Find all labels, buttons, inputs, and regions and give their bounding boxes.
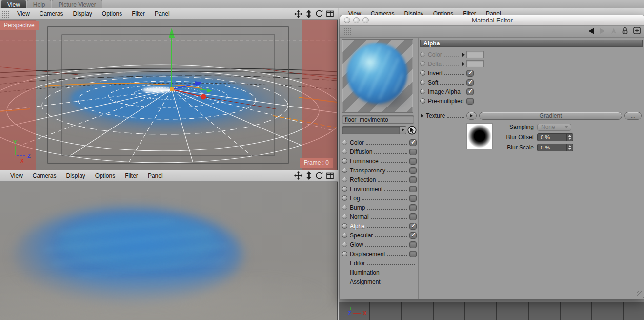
menu-item[interactable]: Options <box>97 10 127 17</box>
texture-more-button[interactable]: ... <box>624 112 642 120</box>
panel-grip-icon[interactable] <box>343 28 352 35</box>
parent-shader-icon[interactable] <box>611 27 617 36</box>
channel-checkbox[interactable] <box>409 213 417 220</box>
channel-radio[interactable] <box>342 158 347 164</box>
channel-radio[interactable] <box>342 149 347 154</box>
history-forward-icon[interactable] <box>599 27 606 36</box>
expand-arrow-icon[interactable] <box>462 53 465 57</box>
channel-checkbox[interactable] <box>409 176 417 183</box>
channel-radio[interactable] <box>342 168 347 173</box>
invert-checkbox[interactable] <box>466 70 474 77</box>
render-viewport[interactable] <box>0 182 338 320</box>
rotate-camera-icon[interactable] <box>315 10 323 18</box>
channel-row[interactable]: Normal <box>342 212 417 221</box>
menu-item[interactable]: Cameras <box>35 10 68 17</box>
lock-icon[interactable] <box>622 27 628 37</box>
channel-radio[interactable] <box>342 233 347 238</box>
texture-expand-icon[interactable] <box>421 114 423 118</box>
channel-radio[interactable] <box>342 242 347 247</box>
channel-row[interactable]: Environment <box>342 184 417 193</box>
channel-checkbox[interactable] <box>409 241 417 248</box>
new-material-icon[interactable] <box>633 27 641 36</box>
texture-gradient-button[interactable]: Gradient <box>479 112 622 120</box>
toggle-view-icon[interactable] <box>326 10 334 17</box>
channel-row[interactable]: Specular <box>342 231 417 240</box>
texture-slot-field[interactable] <box>342 126 400 134</box>
material-editor-titlebar[interactable]: Material Editor <box>340 15 644 26</box>
move-camera-icon[interactable] <box>294 10 302 18</box>
menu-item[interactable]: Filter <box>127 10 150 17</box>
layout-tab[interactable]: View <box>1 0 26 8</box>
menu-item[interactable]: Panel <box>143 172 168 179</box>
channel-page-row[interactable]: Editor <box>342 258 417 268</box>
blur-offset-spinner[interactable]: 0 % <box>537 133 573 141</box>
channel-row[interactable]: Glow <box>342 240 417 249</box>
stepper-icon[interactable] <box>566 144 573 151</box>
gradient-preview-thumbnail[interactable] <box>466 123 493 149</box>
menu-item[interactable]: Display <box>61 172 90 179</box>
move-camera-icon[interactable] <box>294 171 302 180</box>
channel-row[interactable]: Diffusion <box>342 147 417 156</box>
channel-radio[interactable] <box>342 195 347 201</box>
soft-checkbox[interactable] <box>466 79 474 86</box>
premultiplied-checkbox[interactable] <box>466 98 474 105</box>
channel-row[interactable]: Displacement <box>342 249 417 258</box>
color-swatch[interactable] <box>466 51 484 58</box>
expand-arrow-icon[interactable] <box>462 62 465 66</box>
perspective-viewport[interactable]: Y Z X Perspective Frame : 0 <box>0 20 338 170</box>
material-preview[interactable] <box>342 39 413 113</box>
dolly-camera-icon[interactable] <box>306 171 312 180</box>
channel-radio[interactable] <box>342 223 347 229</box>
stepper-icon[interactable] <box>566 134 573 141</box>
window-resize-grip[interactable] <box>637 291 644 298</box>
channel-checkbox[interactable] <box>409 149 417 155</box>
history-back-icon[interactable] <box>587 27 594 36</box>
channel-radio[interactable] <box>342 205 347 210</box>
channel-row[interactable]: Alpha <box>342 221 417 231</box>
channel-row[interactable]: Bump <box>342 203 417 212</box>
channel-checkbox[interactable] <box>409 232 417 239</box>
channel-page-row[interactable]: Illumination <box>342 268 417 277</box>
channel-radio[interactable] <box>342 186 347 192</box>
soft-radio[interactable] <box>420 80 425 85</box>
channel-checkbox[interactable] <box>409 158 417 165</box>
channel-row[interactable]: Reflection <box>342 175 417 184</box>
menu-item[interactable]: Filter <box>120 172 143 179</box>
channel-page-row[interactable]: Assignment <box>342 277 417 286</box>
channel-radio[interactable] <box>342 140 347 145</box>
channel-row[interactable]: Color <box>342 138 417 147</box>
channel-checkbox[interactable] <box>409 204 417 211</box>
pick-material-icon[interactable] <box>407 126 417 135</box>
channel-row[interactable]: Luminance <box>342 156 417 166</box>
rotate-camera-icon[interactable] <box>315 172 323 180</box>
texture-slot-expand-icon[interactable] <box>400 126 406 134</box>
sampling-dropdown[interactable]: None <box>537 124 571 131</box>
premultiplied-radio[interactable] <box>420 98 425 104</box>
channel-checkbox[interactable] <box>409 167 417 174</box>
image-alpha-radio[interactable] <box>420 89 425 94</box>
menu-item[interactable]: Cameras <box>28 172 61 179</box>
channel-radio[interactable] <box>342 214 347 219</box>
menu-item[interactable]: View <box>12 10 35 17</box>
invert-radio[interactable] <box>420 70 425 76</box>
channel-radio[interactable] <box>342 251 347 256</box>
channel-row[interactable]: Transparency <box>342 166 417 175</box>
channel-checkbox[interactable] <box>409 139 417 146</box>
channel-radio[interactable] <box>342 177 347 182</box>
image-alpha-checkbox[interactable] <box>466 88 474 95</box>
toggle-view-icon[interactable] <box>326 172 334 179</box>
menu-item[interactable]: Display <box>68 10 97 17</box>
channel-checkbox[interactable] <box>409 223 417 230</box>
dolly-camera-icon[interactable] <box>306 10 312 18</box>
menu-item[interactable]: Options <box>90 172 120 179</box>
channel-checkbox[interactable] <box>409 195 417 202</box>
menu-item[interactable]: Panel <box>150 10 175 17</box>
delta-swatch[interactable] <box>466 60 484 67</box>
panel-grip-icon[interactable] <box>1 10 10 18</box>
channel-checkbox[interactable] <box>409 186 417 192</box>
menu-item[interactable]: View <box>5 172 28 179</box>
camera-label-badge[interactable]: Perspective <box>0 21 39 30</box>
texture-shader-menu-button[interactable] <box>466 112 477 120</box>
material-name-input[interactable] <box>342 115 414 124</box>
layout-tab[interactable]: Picture Viewer <box>52 0 102 8</box>
